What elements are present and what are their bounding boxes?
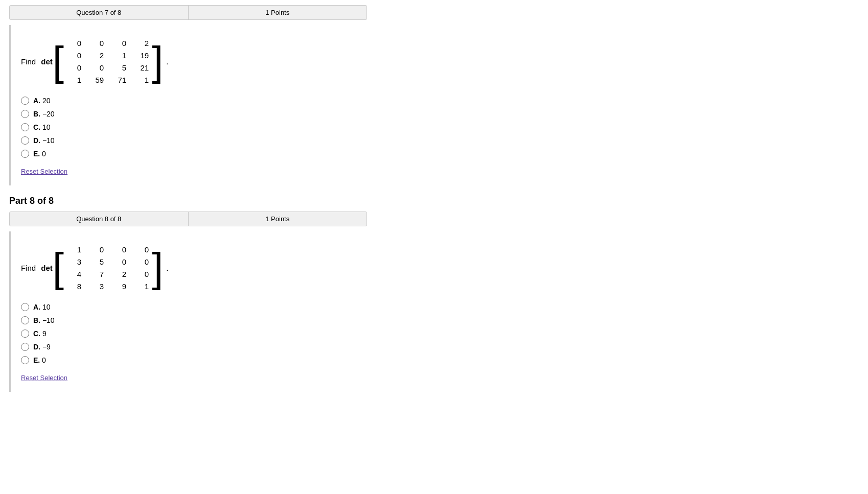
matrix-cell: 1 <box>67 244 81 255</box>
q8-matrix: [ 1000350047208391 ] <box>53 242 163 294</box>
matrix-cell: 59 <box>89 74 104 85</box>
matrix-cell: 1 <box>67 74 81 85</box>
q7-reset-button[interactable]: Reset Selection <box>21 168 67 175</box>
option-row: E. 0 <box>21 356 849 364</box>
matrix-cell: 0 <box>112 244 126 255</box>
option-radio-q8d[interactable] <box>21 343 29 351</box>
option-radio-q8b[interactable] <box>21 316 29 324</box>
matrix-cell: 1 <box>112 50 126 61</box>
option-label-q7c[interactable]: C. 10 <box>33 123 50 131</box>
option-row: C. 9 <box>21 330 849 338</box>
option-row: E. 0 <box>21 150 849 158</box>
q8-matrix-expr: Find det [ 1000350047208391 ] . <box>21 242 849 294</box>
option-radio-q7d[interactable] <box>21 136 29 145</box>
option-radio-q8c[interactable] <box>21 330 29 338</box>
matrix-cell: 0 <box>89 62 104 73</box>
option-label-q8b[interactable]: B. −10 <box>33 316 55 324</box>
q8-det-label: det <box>41 264 53 272</box>
matrix-cell: 5 <box>112 62 126 73</box>
q7-period: . <box>166 57 168 66</box>
option-row: D. −10 <box>21 136 849 145</box>
q7-header: Question 7 of 8 1 Points <box>9 5 367 20</box>
matrix-cell: 0 <box>67 37 81 49</box>
q8-bracket-right: ] <box>152 247 163 288</box>
q8-bracket-left: [ <box>53 247 64 288</box>
q8-reset-button[interactable]: Reset Selection <box>21 374 67 382</box>
option-radio-q8e[interactable] <box>21 356 29 364</box>
option-radio-q7b[interactable] <box>21 110 29 118</box>
matrix-cell: 21 <box>134 62 149 73</box>
matrix-cell: 9 <box>112 280 126 292</box>
matrix-cell: 4 <box>67 268 81 279</box>
matrix-cell: 8 <box>67 280 81 292</box>
q7-options: A. 20B. −20C. 10D. −10E. 0 <box>21 97 849 158</box>
matrix-cell: 2 <box>112 268 126 279</box>
option-row: A. 20 <box>21 97 849 105</box>
matrix-cell: 0 <box>134 268 149 279</box>
q8-period: . <box>166 264 168 272</box>
option-radio-q7e[interactable] <box>21 150 29 158</box>
matrix-cell: 2 <box>134 37 149 49</box>
q7-matrix: [ 00020211900521159711 ] <box>53 35 163 87</box>
q8-label: Question 8 of 8 <box>10 212 189 226</box>
option-label-q8e[interactable]: E. 0 <box>33 356 46 364</box>
matrix-cell: 19 <box>134 50 149 61</box>
q7-det-label: det <box>41 57 53 66</box>
matrix-cell: 0 <box>89 37 104 49</box>
matrix-cell: 5 <box>89 256 104 267</box>
option-label-q7e[interactable]: E. 0 <box>33 150 46 158</box>
option-row: C. 10 <box>21 123 849 131</box>
option-row: B. −20 <box>21 110 849 118</box>
q7-points: 1 Points <box>189 6 367 19</box>
q7-label: Question 7 of 8 <box>10 6 189 19</box>
q8-options: A. 10B. −10C. 9D. −9E. 0 <box>21 303 849 364</box>
option-radio-q8a[interactable] <box>21 303 29 311</box>
matrix-cell: 0 <box>67 50 81 61</box>
matrix-cell: 1 <box>134 280 149 292</box>
q7-bracket-right: ] <box>152 41 163 82</box>
option-row: D. −9 <box>21 343 849 351</box>
option-label-q8c[interactable]: C. 9 <box>33 330 47 338</box>
option-radio-q7c[interactable] <box>21 123 29 131</box>
option-row: B. −10 <box>21 316 849 324</box>
option-label-q8d[interactable]: D. −9 <box>33 343 51 351</box>
q7-find-label: Find <box>21 57 38 66</box>
option-label-q7d[interactable]: D. −10 <box>33 136 55 145</box>
option-radio-q7a[interactable] <box>21 97 29 105</box>
matrix-cell: 3 <box>89 280 104 292</box>
part8-heading: Part 8 of 8 <box>9 196 859 206</box>
matrix-cell: 0 <box>112 37 126 49</box>
matrix-cell: 0 <box>67 62 81 73</box>
q7-bracket-left: [ <box>53 41 64 82</box>
option-label-q8a[interactable]: A. 10 <box>33 303 50 311</box>
q8-points: 1 Points <box>189 212 367 226</box>
matrix-cell: 1 <box>134 74 149 85</box>
option-label-q7a[interactable]: A. 20 <box>33 97 50 105</box>
q8-header: Question 8 of 8 1 Points <box>9 211 367 226</box>
option-label-q7b[interactable]: B. −20 <box>33 110 55 118</box>
q8-box: Find det [ 1000350047208391 ] . A. 10B. … <box>9 231 859 392</box>
q8-matrix-grid: 1000350047208391 <box>65 242 151 294</box>
q7-box: Find det [ 00020211900521159711 ] . A. 2… <box>9 25 859 185</box>
q8-find-label: Find <box>21 264 38 272</box>
matrix-cell: 7 <box>89 268 104 279</box>
matrix-cell: 3 <box>67 256 81 267</box>
matrix-cell: 0 <box>134 256 149 267</box>
matrix-cell: 71 <box>112 74 126 85</box>
q7-matrix-expr: Find det [ 00020211900521159711 ] . <box>21 35 849 87</box>
q7-matrix-grid: 00020211900521159711 <box>65 35 151 87</box>
option-row: A. 10 <box>21 303 849 311</box>
matrix-cell: 0 <box>89 244 104 255</box>
matrix-cell: 0 <box>112 256 126 267</box>
matrix-cell: 2 <box>89 50 104 61</box>
matrix-cell: 0 <box>134 244 149 255</box>
